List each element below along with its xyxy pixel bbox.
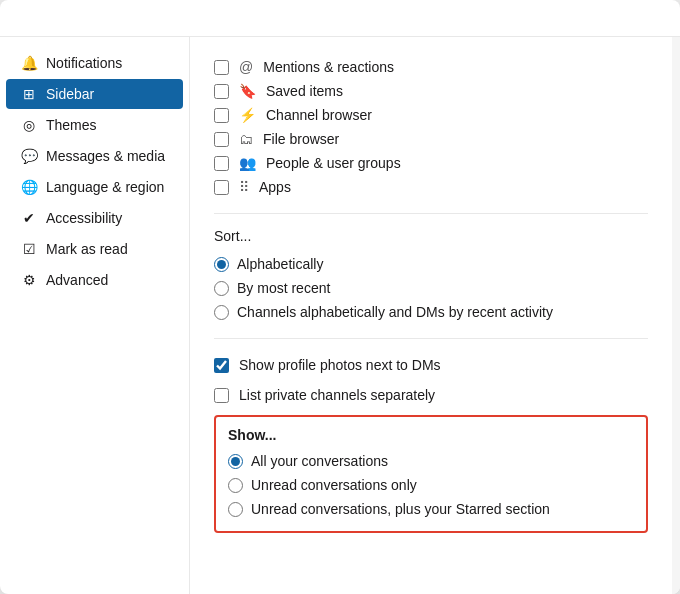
show-option-unread-starred: Unread conversations, plus your Starred …	[228, 497, 634, 521]
people-user-groups-icon: 👥	[239, 155, 256, 171]
sidebar-item-label: Themes	[46, 117, 97, 133]
checkbox-label-people-user-groups: People & user groups	[266, 155, 401, 171]
checkbox-mentions-reactions[interactable]	[214, 60, 229, 75]
sort-option-label-channels-alpha-dms-recent: Channels alphabetically and DMs by recen…	[237, 304, 553, 320]
radio-sort-by-most-recent[interactable]	[214, 281, 229, 296]
checkbox-row-file-browser: 🗂 File browser	[214, 127, 648, 151]
channel-browser-icon: ⚡	[239, 107, 256, 123]
file-browser-icon: 🗂	[239, 131, 253, 147]
profile-photos-row: Show profile photos next to DMs	[214, 353, 648, 377]
accessibility-icon: ✔	[20, 210, 38, 226]
checkbox-row-saved-items: 🔖 Saved items	[214, 79, 648, 103]
checkbox-people-user-groups[interactable]	[214, 156, 229, 171]
sort-option-alphabetically: Alphabetically	[214, 252, 648, 276]
sidebar-item-language-region[interactable]: 🌐Language & region	[6, 172, 183, 202]
checkbox-list-private[interactable]	[214, 388, 229, 403]
show-label: Show...	[228, 427, 634, 443]
messages-media-icon: 💬	[20, 148, 38, 164]
checkbox-channel-browser[interactable]	[214, 108, 229, 123]
radio-show-unread-starred[interactable]	[228, 502, 243, 517]
checkbox-label-apps: Apps	[259, 179, 291, 195]
apps-icon: ⠿	[239, 179, 249, 195]
radio-show-all-conversations[interactable]	[228, 454, 243, 469]
sort-option-label-alphabetically: Alphabetically	[237, 256, 323, 272]
checkbox-apps[interactable]	[214, 180, 229, 195]
close-button[interactable]	[652, 18, 660, 26]
sidebar: 🔔Notifications⊞Sidebar◎Themes💬Messages &…	[0, 37, 190, 594]
sidebar-item-label: Accessibility	[46, 210, 122, 226]
saved-items-icon: 🔖	[239, 83, 256, 99]
sidebar-item-sidebar[interactable]: ⊞Sidebar	[6, 79, 183, 109]
checkbox-row-people-user-groups: 👥 People & user groups	[214, 151, 648, 175]
checkbox-saved-items[interactable]	[214, 84, 229, 99]
checkbox-file-browser[interactable]	[214, 132, 229, 147]
show-option-label-unread-only: Unread conversations only	[251, 477, 417, 493]
divider-1	[214, 213, 648, 214]
modal-body: 🔔Notifications⊞Sidebar◎Themes💬Messages &…	[0, 37, 680, 594]
sidebar-item-messages-media[interactable]: 💬Messages & media	[6, 141, 183, 171]
modal-header	[0, 0, 680, 37]
divider-2	[214, 338, 648, 339]
main-content: @ Mentions & reactions 🔖 Saved items ⚡ C…	[190, 37, 672, 594]
show-section-box: Show... All your conversations Unread co…	[214, 415, 648, 533]
show-option-all-conversations: All your conversations	[228, 449, 634, 473]
radio-sort-channels-alpha-dms-recent[interactable]	[214, 305, 229, 320]
checkbox-label-mentions-reactions: Mentions & reactions	[263, 59, 394, 75]
sidebar-item-accessibility[interactable]: ✔Accessibility	[6, 203, 183, 233]
show-option-unread-only: Unread conversations only	[228, 473, 634, 497]
sidebar-item-label: Advanced	[46, 272, 108, 288]
sidebar-item-advanced[interactable]: ⚙Advanced	[6, 265, 183, 295]
themes-icon: ◎	[20, 117, 38, 133]
language-region-icon: 🌐	[20, 179, 38, 195]
notifications-icon: 🔔	[20, 55, 38, 71]
sidebar-item-label: Language & region	[46, 179, 164, 195]
sidebar-item-label: Mark as read	[46, 241, 128, 257]
radio-show-unread-only[interactable]	[228, 478, 243, 493]
sidebar-item-mark-as-read[interactable]: ☑Mark as read	[6, 234, 183, 264]
scrollbar[interactable]	[672, 37, 680, 594]
checkbox-row-mentions-reactions: @ Mentions & reactions	[214, 55, 648, 79]
sort-option-by-most-recent: By most recent	[214, 276, 648, 300]
preferences-modal: 🔔Notifications⊞Sidebar◎Themes💬Messages &…	[0, 0, 680, 594]
checkbox-profile-photos[interactable]	[214, 358, 229, 373]
sidebar-item-themes[interactable]: ◎Themes	[6, 110, 183, 140]
sort-label: Sort...	[214, 228, 648, 244]
advanced-icon: ⚙	[20, 272, 38, 288]
checkbox-row-channel-browser: ⚡ Channel browser	[214, 103, 648, 127]
checkbox-label-file-browser: File browser	[263, 131, 339, 147]
list-private-label: List private channels separately	[239, 387, 435, 403]
show-option-label-all-conversations: All your conversations	[251, 453, 388, 469]
sidebar-icon: ⊞	[20, 86, 38, 102]
checkbox-row-apps: ⠿ Apps	[214, 175, 648, 199]
mark-as-read-icon: ☑	[20, 241, 38, 257]
checkbox-label-channel-browser: Channel browser	[266, 107, 372, 123]
sidebar-item-label: Sidebar	[46, 86, 94, 102]
list-private-row: List private channels separately	[214, 383, 648, 407]
checkbox-label-saved-items: Saved items	[266, 83, 343, 99]
radio-sort-alphabetically[interactable]	[214, 257, 229, 272]
mentions-reactions-icon: @	[239, 59, 253, 75]
profile-photos-label: Show profile photos next to DMs	[239, 357, 441, 373]
show-option-label-unread-starred: Unread conversations, plus your Starred …	[251, 501, 550, 517]
sort-option-channels-alpha-dms-recent: Channels alphabetically and DMs by recen…	[214, 300, 648, 324]
sidebar-item-notifications[interactable]: 🔔Notifications	[6, 48, 183, 78]
sort-option-label-by-most-recent: By most recent	[237, 280, 330, 296]
sidebar-item-label: Messages & media	[46, 148, 165, 164]
sidebar-item-label: Notifications	[46, 55, 122, 71]
